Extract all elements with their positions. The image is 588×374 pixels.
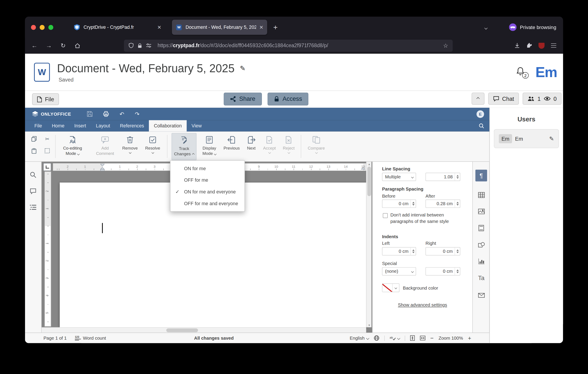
edit-title-pencil-icon[interactable]: ✎ xyxy=(240,64,246,73)
tab-layout[interactable]: Layout xyxy=(91,120,115,131)
minimize-window-button[interactable] xyxy=(40,25,44,30)
notifications-bell[interactable]: 2 xyxy=(516,67,525,78)
copy-icon[interactable] xyxy=(30,135,38,143)
spinner-arrows[interactable] xyxy=(455,268,460,275)
close-window-button[interactable] xyxy=(31,25,36,30)
chart-settings-icon[interactable] xyxy=(475,255,487,267)
close-tab-icon[interactable]: ✕ xyxy=(157,24,161,30)
tab-insert[interactable]: Insert xyxy=(69,120,91,131)
menu-item-off-for-me[interactable]: OFF for me xyxy=(170,174,244,186)
tab-file[interactable]: File xyxy=(30,120,47,131)
new-tab-button[interactable]: + xyxy=(273,23,278,31)
file-button[interactable]: File xyxy=(32,93,59,105)
image-settings-icon[interactable] xyxy=(475,206,487,217)
back-button[interactable]: ← xyxy=(29,40,40,51)
next-change-button[interactable]: Next xyxy=(243,133,260,160)
indent-markers[interactable] xyxy=(100,164,105,171)
extensions-icon[interactable] xyxy=(526,43,532,49)
tab-document-active[interactable]: W Document - Wed, February 5, 2025 ✕ xyxy=(172,20,267,35)
set-language-globe-icon[interactable] xyxy=(374,335,379,341)
special-select[interactable]: (none) xyxy=(382,267,416,276)
line-spacing-select[interactable]: Multiple xyxy=(382,173,416,181)
bookmark-star-icon[interactable]: ☆ xyxy=(443,42,448,49)
horizontal-scrollbar[interactable] xyxy=(42,327,366,332)
spinner-arrows[interactable] xyxy=(410,200,416,207)
language-selector[interactable]: English xyxy=(350,335,369,341)
remove-comment-button[interactable]: Remove xyxy=(119,133,141,160)
tracking-shield-icon[interactable] xyxy=(128,43,134,49)
menu-item-on-for-me[interactable]: ON for me xyxy=(170,162,244,174)
vertical-ruler[interactable]: 21123456 xyxy=(44,171,51,326)
zoom-in-button[interactable]: + xyxy=(468,335,471,341)
redo-icon[interactable]: ↷ xyxy=(135,111,140,117)
header-footer-settings-icon[interactable] xyxy=(475,222,487,234)
select-all-icon[interactable] xyxy=(43,147,51,155)
save-icon[interactable] xyxy=(87,111,93,117)
undo-icon[interactable]: ↶ xyxy=(119,111,124,117)
tab-cryptdrive[interactable]: CryptDrive - CryptPad.fr ✕ xyxy=(70,20,165,35)
resolve-button[interactable]: Resolve xyxy=(142,133,163,160)
tab-home[interactable]: Home xyxy=(47,120,69,131)
advanced-settings-link[interactable]: Show advanced settings xyxy=(373,302,472,308)
share-button[interactable]: Share xyxy=(224,93,262,105)
print-icon[interactable] xyxy=(103,111,109,117)
document-title[interactable]: Document - Wed, February 5, 2025 xyxy=(57,62,235,75)
tab-view[interactable]: View xyxy=(187,120,207,131)
text-art-settings-icon[interactable]: Ta xyxy=(475,272,487,284)
menu-item-off-for-everyone[interactable]: OFF for me and everyone xyxy=(170,198,244,209)
spacing-after-spinner[interactable]: 0.28 cm xyxy=(426,200,460,208)
track-changes-button[interactable]: Track Changes xyxy=(171,133,197,160)
home-button[interactable] xyxy=(72,40,83,51)
indent-right-spinner[interactable]: 0 cm xyxy=(426,247,460,256)
menu-hamburger-icon[interactable] xyxy=(551,43,556,48)
navigation-icon[interactable] xyxy=(30,205,36,210)
zoom-out-button[interactable]: − xyxy=(430,335,434,341)
add-comment-button[interactable]: Add Comment xyxy=(93,133,117,160)
chat-button[interactable]: Chat xyxy=(488,93,519,105)
scroll-down-arrow[interactable]: ▼ xyxy=(367,323,372,327)
special-spinner[interactable]: 0 cm xyxy=(426,267,460,276)
scrollbar-thumb[interactable] xyxy=(166,328,198,332)
find-icon[interactable] xyxy=(30,171,36,178)
coediting-mode-button[interactable]: Co-editing Mode xyxy=(60,133,85,160)
permissions-icon[interactable] xyxy=(146,43,152,48)
zoom-level[interactable]: Zoom 100% xyxy=(439,335,463,341)
display-mode-button[interactable]: Display Mode xyxy=(198,133,221,160)
edit-name-pencil-icon[interactable]: ✎ xyxy=(549,135,554,142)
compare-button[interactable]: Compare xyxy=(305,133,328,160)
access-button[interactable]: Access xyxy=(267,93,308,105)
spacing-before-spinner[interactable]: 0 cm xyxy=(382,200,416,208)
comments-icon[interactable] xyxy=(30,188,36,194)
table-settings-icon[interactable] xyxy=(475,189,487,201)
paragraph-settings-icon[interactable]: ¶ xyxy=(475,170,487,181)
indent-left-spinner[interactable]: 0 cm xyxy=(382,247,416,256)
spinner-arrows[interactable] xyxy=(410,248,416,255)
user-avatar[interactable]: Em xyxy=(536,64,557,80)
ublock-origin-icon[interactable] xyxy=(539,42,545,49)
spell-check-toggle[interactable]: ab xyxy=(389,335,400,341)
downloads-icon[interactable] xyxy=(514,43,520,49)
tab-stop-selector[interactable] xyxy=(43,163,51,171)
tab-references[interactable]: References xyxy=(115,120,149,131)
previous-change-button[interactable]: Previous xyxy=(221,133,242,160)
forward-button[interactable]: → xyxy=(43,40,54,51)
cut-icon[interactable]: ✂ xyxy=(43,135,51,143)
vertical-scrollbar[interactable]: ▲ ▼ xyxy=(366,162,372,327)
accept-button[interactable]: Accept xyxy=(260,133,279,160)
close-tab-icon[interactable]: ✕ xyxy=(259,24,263,30)
line-spacing-spinner[interactable]: 1.08 xyxy=(426,173,460,181)
scroll-up-arrow[interactable]: ▲ xyxy=(367,162,372,166)
background-color-picker[interactable] xyxy=(382,283,399,292)
lock-icon[interactable] xyxy=(137,43,142,48)
no-interval-checkbox[interactable] xyxy=(383,213,388,218)
menu-item-on-for-everyone[interactable]: ✓ ON for me and everyone xyxy=(170,186,244,198)
spinner-arrows[interactable] xyxy=(455,248,460,255)
list-all-tabs-icon[interactable] xyxy=(485,24,487,31)
fit-width-icon[interactable] xyxy=(420,336,426,341)
spinner-arrows[interactable] xyxy=(455,173,460,181)
reject-button[interactable]: Reject xyxy=(280,133,298,160)
spinner-arrows[interactable] xyxy=(455,200,460,207)
search-icon[interactable] xyxy=(479,123,484,128)
scrollbar-thumb[interactable] xyxy=(367,167,371,196)
fit-page-icon[interactable] xyxy=(410,335,415,341)
